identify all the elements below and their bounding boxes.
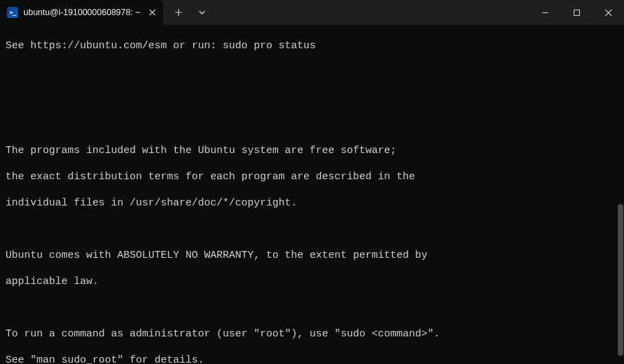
motd-line: individual files in /usr/share/doc/*/cop… (6, 196, 620, 210)
maximize-button[interactable] (561, 0, 592, 25)
motd-line: applicable law. (6, 275, 620, 288)
title-bar: ubuntu@i-19100000608978: ~ (0, 0, 624, 25)
terminal-pane[interactable]: See https://ubuntu.com/esm or run: sudo … (0, 25, 624, 364)
new-tab-button[interactable] (168, 2, 190, 23)
scrollbar-thumb[interactable] (618, 204, 623, 356)
tab-close-button[interactable] (145, 6, 159, 19)
tab-controls (163, 2, 213, 23)
motd-line: the exact distribution terms for each pr… (6, 170, 620, 183)
powershell-icon (7, 7, 18, 18)
svg-rect-0 (574, 10, 579, 15)
tab-title: ubuntu@i-19100000608978: ~ (23, 8, 140, 17)
motd-line: Ubuntu comes with ABSOLUTELY NO WARRANTY… (6, 249, 620, 262)
blank-line (6, 223, 620, 236)
tab-active[interactable]: ubuntu@i-19100000608978: ~ (0, 0, 163, 25)
motd-line: The programs included with the Ubuntu sy… (6, 144, 620, 157)
scrollbar[interactable] (617, 25, 624, 364)
motd-line: See "man sudo_root" for details. (6, 354, 620, 364)
window-controls (529, 0, 624, 25)
close-window-button[interactable] (592, 0, 624, 25)
blank-line (6, 65, 620, 79)
close-icon (605, 9, 612, 17)
close-icon (149, 9, 156, 16)
plus-icon (174, 8, 183, 17)
motd-line: See https://ubuntu.com/esm or run: sudo … (6, 39, 620, 52)
chevron-down-icon (199, 10, 205, 14)
blank-line (6, 92, 620, 105)
blank-line (6, 118, 620, 131)
tab-dropdown-button[interactable] (191, 2, 213, 23)
blank-line (6, 301, 620, 314)
motd-line: To run a command as administrator (user … (6, 327, 620, 341)
minimize-icon (541, 9, 549, 17)
maximize-icon (573, 9, 581, 17)
minimize-button[interactable] (529, 0, 561, 25)
